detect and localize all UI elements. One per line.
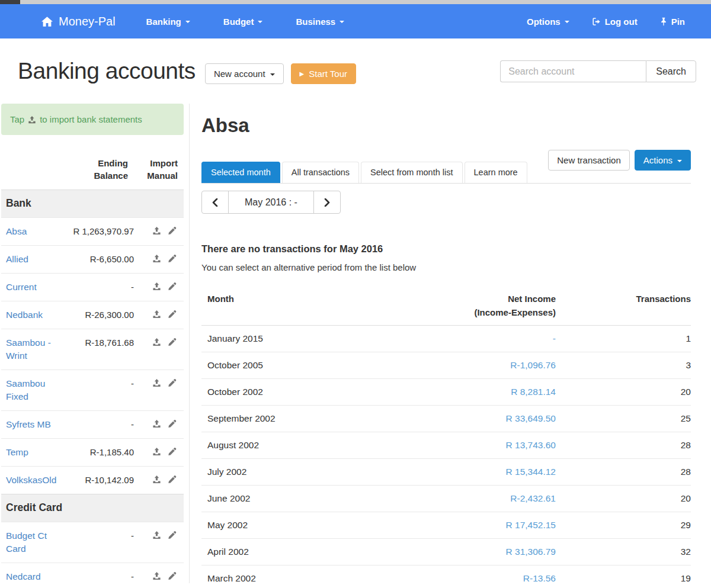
play-icon: ▶: [300, 71, 305, 77]
account-balance: -: [69, 529, 134, 542]
month-cell: March 2002: [201, 565, 378, 588]
import-statement-icon[interactable]: [152, 338, 161, 346]
edit-account-icon[interactable]: [168, 254, 177, 263]
edit-account-icon[interactable]: [168, 447, 177, 456]
net-income-link[interactable]: R 15,344.12: [506, 467, 556, 477]
caret-down-icon: [677, 160, 682, 162]
net-income-link[interactable]: R 8,281.14: [511, 387, 556, 397]
account-balance: -: [69, 570, 134, 583]
month-cell: August 2002: [201, 432, 378, 459]
transactions-count: 25: [556, 406, 691, 432]
account-row: Allied R-6,650.00: [1, 245, 184, 273]
nav-item-pin[interactable]: Pin: [660, 17, 685, 27]
search-button[interactable]: Search: [646, 60, 696, 82]
edit-account-icon[interactable]: [168, 378, 177, 387]
nav-item-logout[interactable]: Log out: [592, 17, 638, 27]
search-input[interactable]: [500, 60, 646, 82]
upload-icon: [28, 115, 36, 124]
tab-selected-month[interactable]: Selected month: [201, 162, 280, 183]
navbar-left: Banking Budget Business: [146, 17, 345, 27]
edit-account-icon[interactable]: [168, 226, 177, 235]
account-link[interactable]: Temp: [6, 446, 69, 459]
nav-item-business[interactable]: Business: [296, 17, 344, 27]
edit-account-icon[interactable]: [168, 571, 177, 580]
account-link[interactable]: Current: [6, 281, 69, 294]
month-summary-row: March 2002 R-13.56 19: [201, 565, 691, 588]
edit-account-icon[interactable]: [168, 338, 177, 346]
account-row: Nedbank R-26,300.00: [1, 301, 184, 329]
browser-top-dark-block: [0, 0, 20, 4]
edit-account-icon[interactable]: [168, 282, 177, 291]
next-month-button[interactable]: [313, 191, 341, 214]
import-hint-alert: Tap to import bank statements: [1, 104, 184, 135]
navbar-right: Options Log out Pin: [527, 17, 685, 27]
actions-button[interactable]: Actions: [635, 150, 691, 171]
start-tour-button[interactable]: ▶ Start Tour: [291, 63, 356, 84]
net-income-link[interactable]: R-2,432.61: [510, 493, 556, 503]
tab-learn-more[interactable]: Learn more: [465, 162, 527, 183]
nav-item-banking[interactable]: Banking: [146, 17, 190, 27]
import-statement-icon[interactable]: [152, 419, 161, 428]
transactions-count: 28: [556, 432, 691, 459]
account-link[interactable]: VolkskasOld: [6, 474, 69, 487]
tab-all-transactions[interactable]: All transactions: [282, 162, 359, 183]
account-link[interactable]: Nedcard: [6, 570, 69, 583]
account-balance: -: [69, 377, 134, 390]
transactions-count: 28: [556, 459, 691, 486]
brand-link[interactable]: Money-Pal: [41, 15, 116, 28]
account-row: Saambou Fixed -: [1, 369, 184, 410]
account-link[interactable]: Syfrets MB: [6, 418, 69, 431]
edit-account-icon[interactable]: [168, 531, 177, 539]
import-statement-icon[interactable]: [152, 310, 161, 319]
account-row: Temp R-1,185.40: [1, 438, 184, 466]
import-statement-icon[interactable]: [152, 254, 161, 263]
import-statement-icon[interactable]: [152, 447, 161, 456]
transactions-count: 19: [556, 565, 691, 588]
net-income-link[interactable]: R-13.56: [523, 573, 556, 583]
net-income-link[interactable]: R 31,306.79: [506, 547, 556, 557]
caret-down-icon: [340, 21, 344, 23]
import-statement-icon[interactable]: [152, 378, 161, 387]
account-link[interactable]: Budget Ct Card: [6, 529, 69, 555]
current-month-label[interactable]: May 2016 : -: [228, 191, 314, 214]
import-statement-icon[interactable]: [152, 282, 161, 291]
import-statement-icon[interactable]: [152, 531, 161, 539]
accounts-body: Bank Absa R 1,263,970.97 Allied R-6,650.…: [1, 189, 184, 588]
net-income-link[interactable]: R-1,096.76: [510, 360, 556, 370]
net-income-link[interactable]: R 17,452.15: [506, 520, 556, 530]
net-income-link[interactable]: R 13,743.60: [506, 440, 556, 450]
account-link[interactable]: Allied: [6, 253, 69, 266]
home-icon: [41, 17, 53, 27]
import-statement-icon[interactable]: [152, 571, 161, 580]
account-balance: R-1,185.40: [69, 446, 134, 459]
new-account-button[interactable]: New account: [205, 63, 284, 84]
nav-item-options[interactable]: Options: [527, 17, 569, 27]
previous-month-button[interactable]: [201, 191, 229, 214]
import-statement-icon[interactable]: [152, 475, 161, 484]
account-row: VolkskasOld R-10,142.09: [1, 466, 184, 494]
account-balance: -: [69, 281, 134, 294]
month-cell: October 2002: [201, 379, 378, 406]
edit-account-icon[interactable]: [168, 310, 177, 319]
nav-item-budget[interactable]: Budget: [223, 17, 263, 27]
col-ending-balance: EndingBalance: [94, 157, 128, 182]
account-link[interactable]: Saambou - Wrint: [6, 336, 69, 362]
edit-account-icon[interactable]: [168, 475, 177, 484]
account-link[interactable]: Absa: [6, 225, 69, 238]
transactions-count: 3: [556, 352, 691, 379]
caret-down-icon: [270, 73, 275, 76]
edit-account-icon[interactable]: [168, 419, 177, 428]
account-link[interactable]: Saambou Fixed: [6, 377, 69, 403]
account-link[interactable]: Nedbank: [6, 309, 69, 322]
import-statement-icon[interactable]: [152, 226, 161, 235]
header-buttons: New account ▶ Start Tour: [205, 63, 356, 84]
net-income-link[interactable]: R 33,649.50: [506, 413, 556, 423]
month-summary-row: October 2002 R 8,281.14 20: [201, 379, 691, 406]
account-row: Nedcard -: [1, 563, 184, 588]
new-transaction-button[interactable]: New transaction: [548, 150, 630, 171]
transactions-count: 29: [556, 512, 691, 539]
month-cell: July 2002: [201, 459, 378, 486]
tab-select-from-month-list[interactable]: Select from month list: [361, 162, 462, 183]
net-income-link[interactable]: -: [553, 333, 556, 343]
month-summary-row: September 2002 R 33,649.50 25: [201, 406, 691, 432]
